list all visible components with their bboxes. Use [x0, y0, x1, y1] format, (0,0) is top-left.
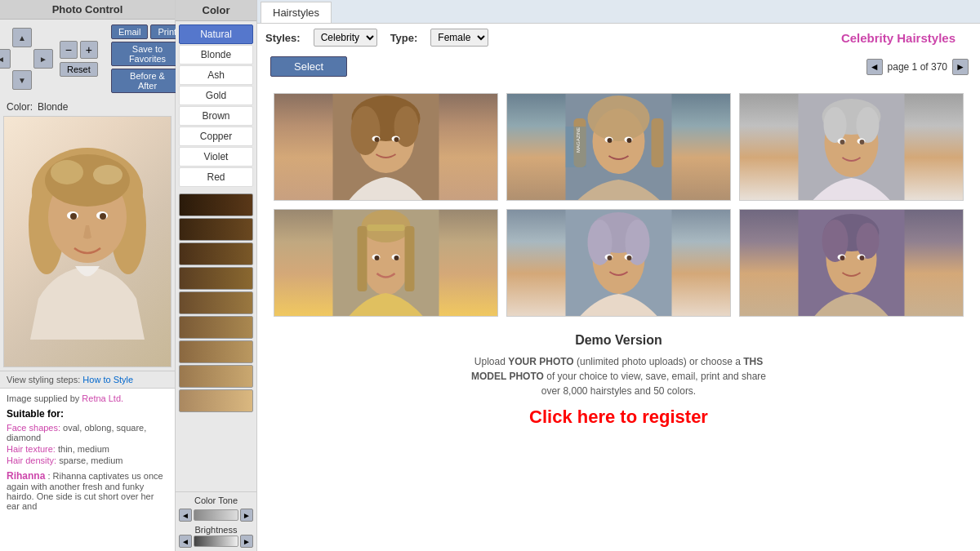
zoom-plus-button[interactable]: + — [80, 41, 98, 59]
svg-point-10 — [100, 213, 106, 220]
hairstyle-item-6[interactable] — [739, 209, 964, 317]
tone-next-button[interactable]: ► — [240, 509, 253, 522]
svg-point-57 — [608, 256, 612, 260]
styles-label: Styles: — [265, 32, 301, 44]
hairstyle-item-1[interactable] — [274, 93, 498, 201]
svg-point-35 — [857, 107, 880, 143]
select-button[interactable]: Select — [270, 56, 347, 77]
svg-text:MAGAZINE: MAGAZINE — [576, 127, 581, 153]
color-option-brown[interactable]: Brown — [179, 106, 253, 126]
color-label: Color: — [7, 101, 33, 113]
color-tone-label: Color Tone — [179, 495, 253, 505]
svg-point-38 — [840, 140, 845, 144]
face-shapes-item: Face shapes: oval, oblong, square, diamo… — [7, 423, 168, 442]
hair-texture-item: Hair texture: thin, medium — [7, 444, 168, 454]
svg-point-6 — [93, 165, 122, 184]
left-panel: Photo Control ▲ ◄ ► ▼ − + — [0, 0, 176, 551]
brightness-row: ◄ ► — [179, 535, 253, 548]
nav-left-button[interactable]: ◄ — [0, 49, 11, 69]
svg-point-18 — [375, 137, 380, 142]
styling-steps-label: View styling steps: — [7, 375, 80, 384]
page-prev-button[interactable]: ◄ — [866, 59, 883, 75]
info-panel: Image supplied by Retna Ltd. Suitable fo… — [0, 388, 175, 551]
style-steps-row: View styling steps: How to Style — [0, 371, 175, 388]
hairstyle-item-4[interactable] — [274, 209, 498, 317]
tab-hairstyles[interactable]: Hairstyles — [261, 2, 332, 23]
retna-link[interactable]: Retna Ltd. — [82, 393, 123, 403]
hairstyle-item-2[interactable]: MAGAZINE — [506, 93, 731, 201]
tone-slider[interactable] — [194, 509, 238, 521]
nav-up-button[interactable]: ▲ — [12, 28, 32, 47]
swatch-4[interactable] — [179, 267, 253, 290]
hair-density-item: Hair density: sparse, medium — [7, 455, 168, 465]
right-panel: Hairstyles Styles: Celebrity Short Mediu… — [257, 0, 980, 551]
nav-empty-tl — [0, 28, 11, 47]
email-button[interactable]: Email — [111, 24, 149, 39]
svg-point-34 — [824, 107, 847, 143]
color-option-red[interactable]: Red — [179, 167, 253, 187]
hairstyle-item-3[interactable] — [739, 93, 964, 201]
swatch-7[interactable] — [179, 340, 253, 363]
svg-point-39 — [860, 140, 865, 144]
before-after-button[interactable]: Before & After — [111, 69, 184, 93]
svg-point-63 — [857, 223, 880, 259]
photo-display — [3, 116, 172, 367]
celeb-page-row: Select ◄ page 1 of 370 ► — [257, 50, 980, 85]
color-option-natural[interactable]: Natural — [179, 24, 253, 44]
swatch-9[interactable] — [179, 389, 253, 412]
svg-point-58 — [627, 256, 632, 260]
nav-down-button[interactable]: ▼ — [12, 70, 32, 90]
color-option-ash[interactable]: Ash — [179, 65, 253, 85]
nav-buttons: ▲ ◄ ► ▼ — [0, 28, 53, 90]
brightness-next-button[interactable]: ► — [240, 535, 253, 548]
hairstyle-item-5[interactable] — [506, 209, 731, 317]
color-option-violet[interactable]: Violet — [179, 147, 253, 167]
hairstyle-photo-6 — [740, 210, 963, 316]
brightness-slider[interactable] — [194, 535, 238, 547]
color-option-copper[interactable]: Copper — [179, 127, 253, 146]
svg-point-49 — [394, 256, 399, 260]
hairstyle-photo-5 — [507, 210, 730, 316]
tone-prev-button[interactable]: ◄ — [179, 509, 192, 522]
svg-rect-24 — [652, 118, 664, 167]
nav-right-button[interactable]: ► — [33, 49, 53, 69]
hairstyle-photo-4 — [274, 210, 497, 316]
register-link[interactable]: Click here to register — [265, 407, 972, 428]
color-panel-header: Color — [176, 0, 256, 21]
tone-row: ◄ ► — [179, 509, 253, 522]
save-favorites-button[interactable]: Save to Favorites — [111, 42, 184, 66]
color-option-gold[interactable]: Gold — [179, 86, 253, 105]
styles-dropdown[interactable]: Celebrity Short Medium Long — [314, 29, 377, 47]
hairstyle-grid: MAGAZINE — [257, 85, 980, 325]
svg-point-19 — [394, 137, 399, 142]
color-option-blonde[interactable]: Blonde — [179, 45, 253, 64]
color-swatches — [176, 190, 256, 491]
type-dropdown[interactable]: Female Male — [430, 29, 488, 47]
swatch-2[interactable] — [179, 218, 253, 241]
demo-text: Upload YOUR PHOTO (unlimited photo uploa… — [464, 354, 774, 398]
svg-point-27 — [608, 138, 612, 143]
zoom-minus-button[interactable]: − — [60, 41, 78, 59]
reset-button[interactable]: Reset — [60, 62, 98, 77]
swatch-6[interactable] — [179, 316, 253, 339]
your-photo-bold: YOUR PHOTO — [508, 356, 573, 367]
styles-type-row: Styles: Celebrity Short Medium Long Type… — [257, 24, 980, 50]
swatch-3[interactable] — [179, 242, 253, 265]
color-display-row: Color: Blonde — [0, 98, 175, 116]
right-header: Hairstyles — [257, 0, 980, 24]
color-value: Blonde — [38, 101, 68, 113]
photo-placeholder — [4, 117, 171, 367]
svg-point-14 — [351, 106, 381, 155]
page-next-button[interactable]: ► — [952, 59, 969, 75]
swatch-5[interactable] — [179, 291, 253, 314]
nav-empty-mid — [12, 49, 32, 69]
brightness-prev-button[interactable]: ◄ — [179, 535, 192, 548]
suitable-title: Suitable for: — [7, 408, 168, 420]
page-info: page 1 of 370 — [888, 61, 947, 73]
svg-point-9 — [70, 213, 77, 220]
tone-section: Color Tone ◄ ► Brightness ◄ ► — [176, 491, 256, 551]
swatch-1[interactable] — [179, 193, 253, 216]
how-to-style-link[interactable]: How to Style — [82, 375, 133, 384]
hairstyle-photo-3 — [740, 94, 963, 200]
swatch-8[interactable] — [179, 365, 253, 388]
